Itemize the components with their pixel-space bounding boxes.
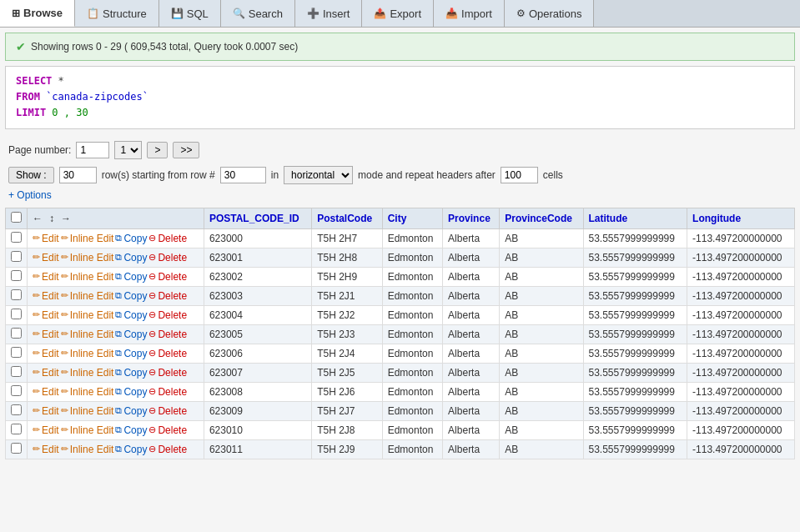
- row-checkbox[interactable]: [11, 251, 22, 262]
- inline-edit-button[interactable]: Inline Edit: [70, 252, 114, 263]
- copy-button[interactable]: Copy: [123, 424, 147, 436]
- orientation-select[interactable]: horizontal vertical: [284, 166, 353, 184]
- edit-pencil-icon: ✏: [33, 271, 40, 282]
- col-header-province-code[interactable]: ProvinceCode: [500, 208, 583, 228]
- import-icon: 📥: [445, 8, 458, 19]
- delete-button[interactable]: Delete: [158, 252, 187, 263]
- page-number-select[interactable]: 1: [114, 141, 142, 159]
- delete-button[interactable]: Delete: [158, 424, 187, 436]
- cell-postal-code-id: 623006: [204, 344, 311, 363]
- delete-button[interactable]: Delete: [158, 329, 187, 340]
- page-number-label: Page number:: [8, 144, 71, 156]
- start-row-input[interactable]: [220, 167, 266, 183]
- edit-button[interactable]: Edit: [42, 424, 59, 436]
- cell-province: Alberta: [443, 420, 500, 439]
- page-number-input[interactable]: [76, 142, 109, 158]
- copy-button[interactable]: Copy: [123, 386, 147, 398]
- delete-button[interactable]: Delete: [158, 386, 187, 398]
- cell-postal-code-id: 623008: [204, 382, 311, 401]
- row-checkbox[interactable]: [11, 366, 22, 377]
- inline-edit-button[interactable]: Inline Edit: [70, 348, 114, 359]
- show-button[interactable]: Show :: [8, 167, 54, 183]
- delete-button[interactable]: Delete: [158, 290, 187, 302]
- copy-button[interactable]: Copy: [123, 290, 147, 302]
- copy-button[interactable]: Copy: [123, 309, 147, 321]
- tab-import[interactable]: 📥Import: [434, 0, 505, 27]
- inline-edit-button[interactable]: Inline Edit: [70, 309, 114, 321]
- delete-button[interactable]: Delete: [158, 367, 187, 379]
- sort-right-button[interactable]: →: [61, 213, 71, 224]
- edit-button[interactable]: Edit: [42, 405, 59, 417]
- sort-up-button[interactable]: ↕: [49, 213, 54, 224]
- tab-operations[interactable]: ⚙Operations: [505, 0, 595, 27]
- sort-left-button[interactable]: ←: [33, 213, 43, 224]
- edit-button[interactable]: Edit: [42, 271, 59, 283]
- tab-browse[interactable]: ⊞Browse: [0, 0, 75, 27]
- row-checkbox[interactable]: [11, 289, 22, 300]
- options-link[interactable]: + Options: [8, 189, 792, 201]
- tab-export[interactable]: 📤Export: [362, 0, 434, 27]
- cell-latitude: 53.5557999999999: [583, 286, 687, 305]
- delete-button[interactable]: Delete: [158, 271, 187, 283]
- tab-search[interactable]: 🔍Search: [221, 0, 295, 27]
- edit-button[interactable]: Edit: [42, 348, 59, 359]
- copy-button[interactable]: Copy: [123, 444, 147, 455]
- tab-insert[interactable]: ➕Insert: [295, 0, 363, 27]
- copy-button[interactable]: Copy: [123, 405, 147, 417]
- row-checkbox-cell: [6, 439, 28, 459]
- inline-edit-button[interactable]: Inline Edit: [70, 444, 114, 455]
- copy-icon: ⧉: [115, 348, 122, 359]
- rows-input[interactable]: [59, 167, 97, 183]
- col-header-longitude[interactable]: Longitude: [687, 208, 795, 228]
- inline-edit-button[interactable]: Inline Edit: [70, 386, 114, 398]
- copy-button[interactable]: Copy: [123, 271, 147, 283]
- copy-button[interactable]: Copy: [123, 367, 147, 379]
- row-checkbox[interactable]: [11, 270, 22, 281]
- delete-button[interactable]: Delete: [158, 309, 187, 321]
- inline-edit-button[interactable]: Inline Edit: [70, 290, 114, 302]
- edit-button[interactable]: Edit: [42, 386, 59, 398]
- inline-edit-button[interactable]: Inline Edit: [70, 424, 114, 436]
- cell-province: Alberta: [443, 382, 500, 401]
- col-header-postal-code[interactable]: PostalCode: [312, 208, 383, 228]
- delete-button[interactable]: Delete: [158, 348, 187, 359]
- copy-button[interactable]: Copy: [123, 233, 147, 244]
- row-checkbox-cell: [6, 363, 28, 382]
- col-header-province[interactable]: Province: [443, 208, 500, 228]
- tab-sql[interactable]: 💾SQL: [159, 0, 221, 27]
- edit-button[interactable]: Edit: [42, 329, 59, 340]
- row-checkbox[interactable]: [11, 443, 22, 454]
- next-page-button[interactable]: >: [147, 142, 168, 158]
- inline-edit-button[interactable]: Inline Edit: [70, 271, 114, 283]
- col-header-latitude[interactable]: Latitude: [583, 208, 687, 228]
- edit-button[interactable]: Edit: [42, 367, 59, 379]
- row-checkbox[interactable]: [11, 347, 22, 358]
- delete-button[interactable]: Delete: [158, 444, 187, 455]
- row-checkbox[interactable]: [11, 385, 22, 396]
- row-checkbox[interactable]: [11, 424, 22, 434]
- copy-button[interactable]: Copy: [123, 348, 147, 359]
- inline-edit-button[interactable]: Inline Edit: [70, 367, 114, 379]
- row-checkbox[interactable]: [11, 404, 22, 415]
- last-page-button[interactable]: >>: [173, 142, 199, 158]
- edit-button[interactable]: Edit: [42, 444, 59, 455]
- delete-button[interactable]: Delete: [158, 405, 187, 417]
- col-header-city[interactable]: City: [382, 208, 442, 228]
- row-checkbox[interactable]: [11, 309, 22, 319]
- col-header-postal-code-id[interactable]: POSTAL_CODE_ID: [204, 208, 311, 228]
- copy-button[interactable]: Copy: [123, 252, 147, 263]
- row-checkbox[interactable]: [11, 328, 22, 339]
- copy-button[interactable]: Copy: [123, 329, 147, 340]
- inline-edit-button[interactable]: Inline Edit: [70, 329, 114, 340]
- edit-button[interactable]: Edit: [42, 252, 59, 263]
- delete-button[interactable]: Delete: [158, 233, 187, 244]
- row-checkbox[interactable]: [11, 232, 22, 243]
- inline-edit-button[interactable]: Inline Edit: [70, 233, 114, 244]
- inline-edit-button[interactable]: Inline Edit: [70, 405, 114, 417]
- edit-button[interactable]: Edit: [42, 290, 59, 302]
- edit-button[interactable]: Edit: [42, 233, 59, 244]
- headers-input[interactable]: [501, 167, 538, 183]
- edit-button[interactable]: Edit: [42, 309, 59, 321]
- select-all-checkbox[interactable]: [11, 212, 22, 223]
- tab-structure[interactable]: 📋Structure: [75, 0, 159, 27]
